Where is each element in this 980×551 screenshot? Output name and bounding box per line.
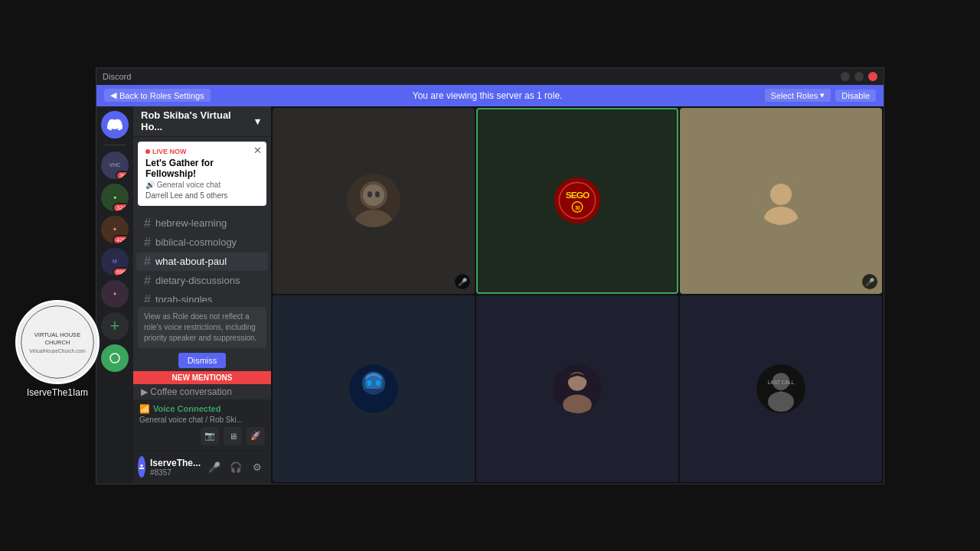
dismiss-button[interactable]: Dismiss — [178, 353, 227, 368]
svg-point-22 — [368, 380, 372, 386]
server-header[interactable]: Rob Skiba's Virtual Ho... ▾ — [133, 106, 271, 137]
server-icon-1[interactable]: VHC 30 — [101, 152, 129, 179]
sego-avatar: SEGO 30 — [554, 178, 600, 223]
channel-item-what-about-paul[interactable]: # what-about-paul — [136, 253, 268, 271]
live-dot — [145, 149, 150, 154]
vc-controls: 📷 🖥 🚀 — [139, 427, 265, 445]
role-info-box: View as Role does not reflect a role's v… — [138, 307, 266, 348]
user-controls: 🎤 🎧 ⚙ — [205, 458, 266, 476]
video-cell-bot-left — [273, 295, 475, 482]
select-roles-button[interactable]: Select Roles ▾ — [765, 89, 831, 102]
add-server-button[interactable]: + — [101, 312, 129, 340]
user-bar: IserveThe... #8357 🎤 🎧 ⚙ — [133, 450, 271, 484]
role-banner: ◀ Back to Roles Settings You are viewing… — [96, 85, 884, 106]
close-button[interactable] — [868, 72, 877, 81]
channel-list: # hebrew-learning # biblical-cosmology #… — [133, 210, 271, 302]
channel-item-biblical-cosmology[interactable]: # biblical-cosmology — [136, 233, 268, 252]
titlebar-controls — [841, 72, 877, 81]
titlebar: Discord — [96, 68, 884, 85]
person-avatar-top-right — [756, 176, 805, 225]
video-toggle-button[interactable]: 📷 — [201, 427, 219, 445]
video-cell-top-right: 🎤 — [680, 108, 882, 295]
svg-text:...: ... — [779, 388, 783, 393]
server-icon-5[interactable]: ♦ — [101, 280, 129, 308]
settings-button[interactable]: ⚙ — [248, 458, 266, 476]
svg-text:CHURCH: CHURCH — [45, 339, 70, 346]
svg-point-5 — [140, 465, 142, 467]
mute-button[interactable]: 🎤 — [205, 458, 224, 476]
deafen-button[interactable]: 🎧 — [227, 458, 245, 476]
svg-point-23 — [376, 380, 381, 386]
screen-share-button[interactable]: 🖥 — [224, 427, 242, 445]
live-title: Let's Gather for Fellowship! — [145, 158, 259, 179]
svg-text:SEGO: SEGO — [566, 190, 590, 201]
channel-name: hebrew-learning — [155, 217, 227, 229]
server-name: Rob Skiba's Virtual Ho... — [141, 109, 252, 132]
user-info: IserveThe... #8357 — [150, 458, 201, 477]
sidebar-icons: VHC 30 ● 321 ✦ 428 M 696 ♦ + — [96, 106, 133, 484]
main-area: VHC 30 ● 321 ✦ 428 M 696 ♦ + — [96, 106, 884, 484]
voice-channel-info: General voice chat / Rob Ski... — [139, 416, 265, 424]
video-cell-top-mid: SEGO 30 — [476, 108, 678, 295]
channel-item-hebrew-learning[interactable]: # hebrew-learning — [136, 214, 268, 233]
channel-name: what-about-paul — [155, 256, 227, 267]
server-badge-4: 696 — [113, 267, 129, 276]
server-icon-online[interactable] — [101, 344, 129, 372]
maximize-button[interactable] — [854, 72, 864, 81]
signal-icon: 📶 — [139, 404, 150, 414]
back-to-roles-button[interactable]: ◀ Back to Roles Settings — [104, 89, 211, 102]
svg-point-8 — [363, 184, 384, 206]
svg-point-9 — [368, 191, 372, 197]
dark-avatar: LAST CALL ... — [756, 364, 805, 413]
mute-overlay-top-left: 🎤 — [455, 274, 470, 289]
back-label: Back to Roles Settings — [119, 91, 204, 100]
live-users: Darrell Lee and 5 others — [145, 191, 259, 200]
server-badge-1: 30 — [116, 171, 129, 179]
mute-overlay-top-right: 🎤 — [862, 274, 877, 289]
voice-status: 📶 Voice Connected — [139, 404, 265, 414]
svg-text:LAST CALL: LAST CALL — [768, 380, 795, 385]
disable-button[interactable]: Disable — [835, 90, 876, 102]
server-icon-3[interactable]: ✦ 428 — [101, 216, 129, 243]
channel-name: dietary-discussions — [155, 275, 240, 286]
window-title: Discord — [103, 72, 131, 81]
video-cell-bot-right: LAST CALL ... — [680, 295, 882, 482]
server-badge-2: 321 — [113, 203, 129, 211]
new-mentions-bar[interactable]: NEW MENTIONS — [133, 371, 271, 384]
channel-hash-icon: # — [144, 217, 151, 230]
video-cell-bot-mid — [476, 295, 678, 482]
svg-point-7 — [354, 210, 393, 227]
user-avatar — [138, 456, 145, 478]
live-voice-chat: 🔊 General voice chat — [145, 181, 259, 189]
activity-button[interactable]: 🚀 — [247, 427, 265, 445]
server-icon-2[interactable]: ● 321 — [101, 184, 129, 211]
svg-text:VirtualHouseChurch.com: VirtualHouseChurch.com — [29, 348, 86, 354]
channel-name: torah-singles — [155, 294, 212, 302]
server-badge-3: 428 — [113, 235, 129, 243]
coffee-conversation-item[interactable]: ▶ Coffee conversation — [133, 384, 271, 399]
speaker-icon: 🔊 — [145, 181, 155, 189]
channel-item-torah-singles[interactable]: # torah-singles — [136, 291, 268, 302]
channel-hash-icon: # — [144, 274, 151, 288]
channel-sidebar: Rob Skiba's Virtual Ho... ▾ ✕ LIVE NOW L… — [133, 106, 271, 484]
close-popup-button[interactable]: ✕ — [253, 145, 262, 156]
server-icon-discord[interactable] — [101, 111, 129, 139]
fantasy-avatar — [349, 364, 398, 413]
svg-point-29 — [768, 392, 794, 412]
channel-hash-icon: # — [144, 293, 151, 302]
minimize-button[interactable] — [841, 72, 850, 81]
voice-connected-panel: 📶 Voice Connected General voice chat / R… — [133, 399, 271, 450]
svg-point-17 — [770, 184, 792, 205]
dropdown-arrow-icon: ▶ — [141, 386, 148, 397]
server-icon-4[interactable]: M 696 — [101, 248, 129, 276]
live-now-popup: ✕ LIVE NOW Let's Gather for Fellowship! … — [138, 142, 266, 206]
info-text: View as Role does not reflect a role's v… — [144, 312, 256, 342]
local-user-name: IserveThe1Iam — [27, 387, 88, 398]
local-user-avatar: VIRTUAL HOUSE CHURCH VirtualHouseChurch.… — [15, 300, 100, 384]
role-banner-text: You are viewing this server as 1 role. — [413, 90, 563, 101]
dropdown-icon: ▾ — [255, 116, 260, 127]
app-window: Discord ◀ Back to Roles Settings You are… — [96, 67, 884, 484]
user-tag: #8357 — [150, 468, 201, 477]
svg-point-11 — [557, 180, 598, 221]
channel-item-dietary-discussions[interactable]: # dietary-discussions — [136, 272, 268, 290]
